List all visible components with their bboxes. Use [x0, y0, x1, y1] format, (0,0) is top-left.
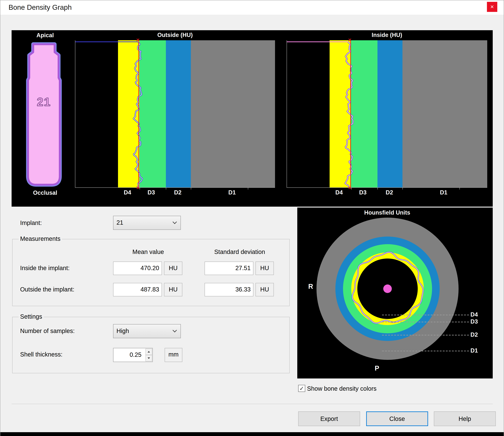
shell-thickness-input[interactable]: 0.25	[113, 348, 153, 362]
inside-density-curve	[287, 40, 487, 188]
inside-implant-label: Inside the implant:	[20, 265, 70, 272]
inside-band-label-d2: D2	[386, 189, 393, 196]
implant-illustration	[24, 42, 64, 188]
outside-marker-line[interactable]	[138, 40, 139, 187]
chevron-down-icon	[172, 328, 177, 332]
outside-mean-value: 487.83	[113, 283, 162, 296]
export-button[interactable]: Export	[298, 411, 360, 426]
axis-tick	[191, 188, 191, 190]
marker-x-icon: ×	[136, 37, 139, 43]
inside-sd-unit: HU	[255, 261, 274, 275]
inside-mean-value: 470.20	[113, 261, 162, 275]
bone-density-graph-dialog: Bone Density Graph × Apical 21 Occlusal …	[0, 0, 504, 436]
samples-select[interactable]: High	[113, 324, 181, 338]
outside-band-label-d4: D4	[124, 189, 131, 196]
ring-label-d1: D1	[470, 347, 478, 354]
ring-indicator-line	[382, 335, 469, 335]
outside-band-label-d2: D2	[174, 189, 181, 196]
arrow-up-icon	[148, 351, 150, 353]
ring-indicator-line	[382, 322, 469, 322]
graphs-panel: Apical 21 Occlusal Outside (HU) × × D4 D…	[12, 30, 493, 207]
arrow-down-icon	[148, 357, 150, 359]
mean-value-header: Mean value	[113, 249, 183, 255]
title-bar: Bone Density Graph ×	[0, 0, 504, 15]
ring-label-d2: D2	[470, 332, 478, 338]
inside-graph-plot: × ×	[287, 40, 487, 188]
measurements-group-label: Measurements	[18, 235, 62, 242]
implant-select[interactable]: 21	[113, 216, 181, 230]
apical-label: Apical	[18, 32, 72, 39]
outside-band-label-d3: D3	[148, 189, 155, 196]
axis-tick	[378, 188, 378, 190]
occlusal-label: Occlusal	[18, 190, 72, 196]
std-deviation-header: Standard deviation	[202, 249, 278, 255]
outside-band-label-d1: D1	[228, 189, 236, 196]
ring-indicator-line	[382, 315, 469, 315]
marker-x-icon: ×	[348, 185, 351, 190]
ring-indicator-line	[382, 351, 469, 351]
axis-tick	[140, 188, 140, 190]
background-strip	[0, 432, 504, 436]
implant-label: Implant:	[20, 219, 42, 226]
checkmark-icon: ✓	[299, 386, 304, 391]
orientation-r-label: R	[308, 283, 313, 291]
thickness-label: Shell thickness:	[20, 351, 63, 358]
center-dot	[383, 285, 392, 293]
window-close-button[interactable]: ×	[487, 2, 497, 12]
outside-sd-value: 36.33	[205, 283, 253, 296]
separator	[12, 404, 493, 404]
thickness-unit-box: mm	[165, 348, 182, 362]
inside-band-label-d1: D1	[440, 189, 447, 196]
ring-label-d4: D4	[470, 311, 478, 318]
hounsfield-title: Hounsfield Units	[297, 209, 477, 216]
axis-tick	[459, 188, 460, 190]
outside-implant-label: Outside the implant:	[20, 286, 74, 293]
window-title: Bone Density Graph	[9, 3, 72, 12]
outside-mean-unit: HU	[164, 283, 182, 296]
spin-up-button[interactable]	[145, 349, 152, 355]
inside-band-label-d3: D3	[359, 189, 367, 196]
axis-tick	[166, 188, 166, 190]
samples-select-value: High	[117, 327, 129, 334]
axis-tick	[403, 188, 403, 190]
inside-mean-unit: HU	[164, 261, 182, 275]
orientation-p-label: P	[375, 364, 379, 372]
chevron-down-icon	[172, 220, 177, 224]
inside-marker-line[interactable]	[350, 40, 351, 187]
spin-down-button[interactable]	[145, 355, 152, 361]
inside-graph-title: Inside (HU)	[287, 32, 487, 38]
inside-band-label-d4: D4	[335, 189, 343, 196]
samples-label: Number of samples:	[20, 327, 75, 334]
close-icon: ×	[490, 3, 494, 10]
outside-graph-plot: × ×	[75, 40, 275, 188]
marker-x-icon: ×	[136, 185, 139, 190]
hounsfield-rings-chart	[316, 218, 459, 360]
axis-tick	[248, 188, 248, 190]
show-density-colors-checkbox[interactable]: ✓	[298, 385, 305, 392]
settings-group-label: Settings	[18, 313, 44, 320]
spinner-buttons	[145, 349, 152, 361]
marker-x-icon: ×	[348, 37, 351, 43]
help-button[interactable]: Help	[434, 411, 496, 426]
checkbox-label[interactable]: Show bone density colors	[307, 385, 377, 392]
hounsfield-panel: Hounsfield Units R P D4 D3 D2 D1	[297, 208, 493, 379]
inside-sd-value: 27.51	[205, 261, 253, 275]
implant-select-value: 21	[117, 219, 123, 226]
implant-number: 21	[24, 95, 64, 109]
outside-density-curve	[75, 40, 275, 188]
shell-thickness-value: 0.25	[130, 351, 142, 358]
close-button[interactable]: Close	[366, 411, 428, 426]
ring-label-d3: D3	[470, 318, 478, 325]
outside-graph-title: Outside (HU)	[75, 32, 275, 38]
outside-sd-unit: HU	[255, 283, 274, 296]
